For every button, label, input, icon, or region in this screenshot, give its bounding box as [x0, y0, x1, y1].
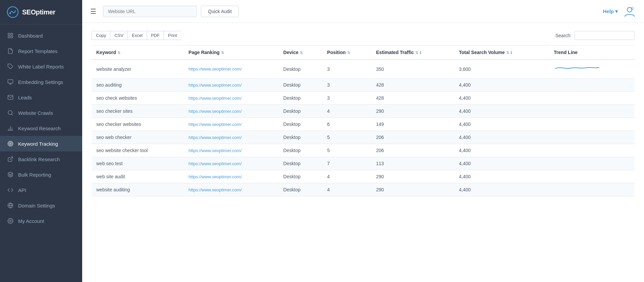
sidebar-item-bulk-reporting[interactable]: Bulk Reporting: [0, 167, 82, 182]
table-cell-keyword: website analyzer: [92, 59, 184, 79]
info-icon-estimated-traffic[interactable]: ℹ: [420, 50, 421, 55]
svg-point-17: [9, 142, 12, 145]
sidebar-item-label-api: API: [18, 187, 26, 193]
table-cell-estimated-traffic: 206: [371, 131, 454, 144]
table-cell-keyword: seo website checker tool: [92, 144, 184, 157]
table-row: website analyzerhttps://www.seoptimer.co…: [92, 59, 635, 79]
target-icon: [7, 141, 13, 147]
table-cell-page-ranking: https://www.seoptimer.com/: [184, 144, 279, 157]
table-cell-keyword: seo checker websites: [92, 118, 184, 131]
table-cell-total-search-volume: 4,400: [454, 118, 549, 131]
table-cell-position: 4: [322, 105, 371, 118]
table-cell-trend-line: [549, 183, 635, 196]
table-cell-trend-line: [549, 131, 635, 144]
table-cell-trend-line: [549, 92, 635, 105]
table-cell-estimated-traffic: 290: [371, 170, 454, 183]
tag-icon: [7, 63, 13, 69]
table-cell-estimated-traffic: 290: [371, 183, 454, 196]
svg-line-19: [10, 157, 13, 159]
table-cell-device: Desktop: [279, 92, 323, 105]
table-cell-position: 5: [322, 131, 371, 144]
sidebar-item-embedding-settings[interactable]: Embedding Settings: [0, 74, 82, 90]
grid-icon: [7, 33, 13, 39]
sidebar-item-my-account[interactable]: My Account: [0, 213, 82, 229]
export-csv-button[interactable]: CSV: [110, 31, 127, 40]
table-cell-trend-line: [549, 59, 635, 79]
table-cell-device: Desktop: [279, 105, 323, 118]
export-pdf-button[interactable]: PDF: [147, 31, 164, 40]
table-cell-position: 6: [322, 118, 371, 131]
svg-marker-20: [8, 172, 13, 175]
search-input[interactable]: [574, 31, 635, 40]
export-copy-button[interactable]: Copy: [92, 31, 110, 40]
table-cell-position: 3: [322, 79, 371, 92]
sidebar-item-keyword-research[interactable]: Keyword Research: [0, 121, 82, 136]
content-area: CopyCSVExcelPDFPrint Search: Keyword⇅Pag…: [82, 23, 644, 282]
col-header-page-ranking: Page Ranking⇅: [184, 46, 279, 60]
user-avatar-icon[interactable]: [623, 5, 636, 18]
table-cell-page-ranking: https://www.seoptimer.com/: [184, 183, 279, 196]
code-icon: [7, 187, 13, 193]
quick-audit-button[interactable]: Quick Audit: [201, 6, 239, 17]
sidebar-item-backlink-research[interactable]: Backlink Research: [0, 151, 82, 167]
table-cell-keyword: seo auditing: [92, 79, 184, 92]
sidebar-item-white-label-reports[interactable]: White Label Reports: [0, 59, 82, 74]
table-cell-device: Desktop: [279, 144, 323, 157]
table-cell-estimated-traffic: 290: [371, 105, 454, 118]
col-header-estimated-traffic: Estimated Traffic⇅ℹ: [371, 46, 454, 60]
sort-icon-keyword[interactable]: ⇅: [117, 51, 120, 55]
table-cell-position: 5: [322, 144, 371, 157]
table-row: seo check websiteshttps://www.seoptimer.…: [92, 92, 635, 105]
sidebar-item-label-leads: Leads: [18, 95, 32, 100]
table-cell-page-ranking: https://www.seoptimer.com/: [184, 157, 279, 170]
sidebar-item-keyword-tracking[interactable]: Keyword Tracking: [0, 136, 82, 151]
table-cell-device: Desktop: [279, 79, 323, 92]
sidebar-item-api[interactable]: API: [0, 182, 82, 198]
table-cell-position: 3: [322, 92, 371, 105]
svg-point-18: [10, 143, 11, 144]
table-body: website analyzerhttps://www.seoptimer.co…: [92, 59, 635, 196]
export-excel-button[interactable]: Excel: [127, 31, 147, 40]
table-row: web seo testhttps://www.seoptimer.com/De…: [92, 157, 635, 170]
table-cell-estimated-traffic: 149: [371, 118, 454, 131]
url-input[interactable]: [103, 6, 197, 17]
sort-icon-device[interactable]: ⇅: [300, 51, 303, 55]
table-cell-estimated-traffic: 428: [371, 92, 454, 105]
layers-icon: [7, 172, 13, 178]
svg-point-23: [10, 220, 11, 222]
table-cell-position: 4: [322, 183, 371, 196]
svg-rect-3: [11, 33, 13, 35]
bar-chart-icon: [7, 125, 13, 131]
topbar-right: Help ▾: [603, 5, 636, 18]
sidebar-item-dashboard[interactable]: Dashboard: [0, 28, 82, 43]
globe-icon: [7, 202, 13, 208]
table-cell-total-search-volume: 4,400: [454, 157, 549, 170]
table-cell-total-search-volume: 4,400: [454, 144, 549, 157]
export-print-button[interactable]: Print: [164, 31, 181, 40]
sidebar-item-domain-settings[interactable]: Domain Settings: [0, 198, 82, 213]
sort-icon-total-search-volume[interactable]: ⇅: [506, 51, 509, 55]
sort-icon-position[interactable]: ⇅: [347, 51, 350, 55]
hamburger-menu-icon[interactable]: ☰: [90, 7, 96, 15]
sidebar-item-leads[interactable]: Leads: [0, 90, 82, 105]
table-row: web site audithttps://www.seoptimer.com/…: [92, 170, 635, 183]
col-header-device: Device⇅: [279, 46, 323, 60]
table-cell-estimated-traffic: 206: [371, 144, 454, 157]
sidebar-item-label-white-label-reports: White Label Reports: [18, 64, 64, 69]
sort-icon-page-ranking[interactable]: ⇅: [221, 51, 224, 55]
table-cell-device: Desktop: [279, 131, 323, 144]
table-cell-page-ranking: https://www.seoptimer.com/: [184, 92, 279, 105]
sort-icon-estimated-traffic[interactable]: ⇅: [415, 51, 418, 55]
file-icon: [7, 48, 13, 54]
sidebar-item-website-crawls[interactable]: Website Crawls: [0, 105, 82, 121]
table-header: Keyword⇅Page Ranking⇅Device⇅Position⇅Est…: [92, 46, 635, 60]
help-button[interactable]: Help ▾: [603, 8, 618, 14]
table-cell-page-ranking: https://www.seoptimer.com/: [184, 79, 279, 92]
logo: SEOptimer: [0, 0, 82, 25]
table-cell-total-search-volume: 4,400: [454, 92, 549, 105]
sidebar-item-report-templates[interactable]: Report Templates: [0, 43, 82, 59]
table-cell-position: 4: [322, 170, 371, 183]
table-cell-estimated-traffic: 428: [371, 79, 454, 92]
sidebar-item-label-report-templates: Report Templates: [18, 48, 57, 54]
info-icon-total-search-volume[interactable]: ℹ: [511, 50, 512, 55]
